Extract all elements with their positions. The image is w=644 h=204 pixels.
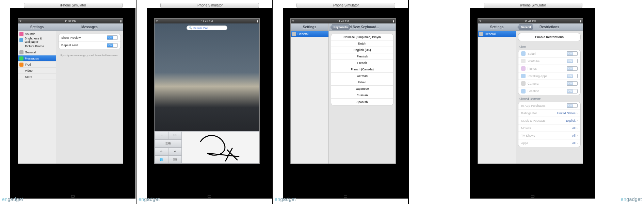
keyboard-list: Chinese (Simplified) Pinyin Dutch Englis… [331, 34, 393, 105]
setting-value: All [572, 126, 576, 130]
hide-keyboard-key[interactable]: ⌨ [168, 155, 182, 164]
simulator-titlebar: iPhone Simulator [296, 3, 395, 8]
settings-sidebar: Settings Sounds Brightness & Wallpaper P… [18, 23, 56, 164]
status-time: 11:52 PM [65, 20, 76, 23]
setting-value: All [572, 141, 576, 145]
setting-row-show-preview[interactable]: Show Preview ON [59, 34, 120, 41]
setting-value: Explicit [566, 119, 576, 122]
restriction-row-location: Location ON [518, 87, 580, 95]
sidebar-item-general[interactable]: General [291, 31, 328, 37]
gear-icon [19, 50, 23, 54]
delete-key[interactable]: ⌫ [168, 131, 182, 139]
sidebar-item-brightness-wallpaper[interactable]: Brightness & Wallpaper [18, 37, 56, 43]
gear-icon [479, 32, 483, 36]
space-key[interactable]: 空格 [155, 139, 182, 148]
sidebar-item-label: General [297, 32, 308, 36]
sidebar-item-ipod[interactable]: iPod [18, 62, 56, 68]
sidebar-item-label: Store [25, 75, 32, 79]
sidebar-item-picture-frame[interactable]: Picture Frame [18, 43, 56, 49]
wifi-icon: ᯤ [156, 19, 159, 23]
ipad-screen: ᯤ 11:52 PM ▮ Settings Sounds Brightness … [18, 18, 123, 164]
wifi-icon: ᯤ [479, 19, 482, 23]
setting-label: YouTube [528, 60, 567, 63]
sidebar-item-label: General [485, 32, 496, 36]
restriction-row-camera: Camera ON [518, 80, 580, 87]
keyboard-option[interactable]: Chinese (Simplified) Pinyin [331, 34, 393, 40]
content-row-ratings-for: Ratings For United States› [518, 109, 580, 117]
status-time: 11:41 PM [201, 20, 213, 23]
keyboard-option[interactable]: French [331, 60, 393, 66]
status-bar: ᯤ 11:41 PM ▮ [291, 19, 396, 23]
sidebar-navbar: Settings [291, 23, 328, 31]
keyboard-option[interactable]: Flemish [331, 53, 393, 60]
toggle-switch: ON [567, 74, 578, 78]
keyboard-option[interactable]: Dutch [331, 40, 393, 47]
keyboard-option[interactable]: German [331, 73, 393, 79]
settings-group: Show Preview ON Repeat Alert ON [58, 34, 121, 49]
simulator-titlebar: iPhone Simulator [24, 3, 123, 8]
back-button[interactable]: General [517, 24, 533, 30]
setting-label: Ratings For [521, 112, 557, 115]
detail-navbar: Keyboards Add New Keyboard... [329, 23, 396, 31]
sidebar-item-general[interactable]: General [18, 49, 56, 55]
app-icon [521, 89, 526, 94]
toggle-switch: ON [567, 59, 578, 63]
app-icon [521, 74, 526, 78]
setting-label: Movies [521, 126, 572, 130]
chevron-right-icon: › [577, 134, 578, 137]
emoji-key[interactable]: ☺ [155, 148, 168, 156]
detail-navbar: General Restrictions [516, 23, 583, 31]
toggle-switch[interactable]: ON [107, 43, 118, 48]
sidebar-item-messages[interactable]: Messages [18, 55, 56, 62]
device-bezel: ᯤ 11:41 PM ▮ Settings General Keyboards … [283, 8, 408, 199]
keyboard-option[interactable]: Italian [331, 79, 393, 86]
restriction-row-installing-apps: Installing Apps ON [518, 72, 580, 80]
globe-key[interactable]: 🌐 [155, 155, 168, 164]
home-button-icon [531, 195, 534, 198]
content-row-in-app-purchases: In-App Purchases ON [518, 102, 580, 109]
store-icon [19, 75, 23, 79]
setting-row-repeat-alert[interactable]: Repeat Alert ON [59, 41, 120, 49]
sidebar-item-store[interactable]: Store [18, 74, 56, 80]
back-button[interactable]: Keyboards [330, 24, 350, 30]
toggle-switch: ON [567, 66, 578, 71]
keyboard-option[interactable]: Japanese [331, 86, 393, 92]
watermark-logo: engadget [275, 197, 296, 202]
sidebar-item-label: Brightness & Wallpaper [25, 37, 54, 44]
setting-value: United States [557, 112, 576, 115]
keyboard-option[interactable]: French (Canada) [331, 66, 393, 73]
frame-icon [19, 44, 23, 48]
app-icon [521, 51, 526, 56]
sidebar-item-sounds[interactable]: Sounds [18, 31, 56, 37]
keyboard-option[interactable]: Russian [331, 92, 393, 99]
setting-label: Location [528, 89, 567, 93]
status-time: 11:41 PM [525, 20, 536, 23]
app-icon [521, 81, 526, 86]
battery-icon: ▮ [580, 20, 581, 23]
handwriting-canvas[interactable] [182, 131, 259, 164]
status-bar: ᯤ 11:52 PM ▮ [18, 19, 123, 23]
content-row-movies: Movies All› [518, 124, 580, 132]
keyboard-option[interactable]: Spanish [331, 99, 393, 105]
watermark-logo: engadget [2, 197, 23, 202]
search-icon: 🔍 [189, 27, 192, 30]
sidebar-item-video[interactable]: Video [18, 68, 56, 74]
return-key[interactable]: ↵ [168, 148, 182, 156]
enable-restrictions-button[interactable]: Enable Restrictions [518, 33, 581, 41]
sidebar-item-label: Sounds [25, 32, 35, 36]
keyboard-option[interactable]: English (UK) [331, 47, 393, 53]
battery-icon: ▮ [393, 20, 394, 23]
setting-label: Repeat Alert [61, 44, 107, 47]
candidate-key[interactable]: ⌢ [155, 131, 168, 139]
toggle-switch[interactable]: ON [107, 35, 118, 40]
content-row-apps: Apps All› [518, 139, 580, 147]
sidebar-item-general[interactable]: General [478, 31, 516, 37]
toggle-switch: ON [567, 103, 578, 108]
simulator-titlebar: iPhone Simulator [160, 3, 259, 8]
home-button-icon [208, 195, 211, 198]
restriction-row-youtube: YouTube ON [518, 57, 580, 65]
setting-label: Installing Apps [528, 74, 567, 78]
wifi-icon: ᯤ [292, 19, 295, 23]
search-input[interactable]: 🔍 Search iPad [187, 26, 227, 30]
setting-label: Show Preview [61, 36, 107, 39]
